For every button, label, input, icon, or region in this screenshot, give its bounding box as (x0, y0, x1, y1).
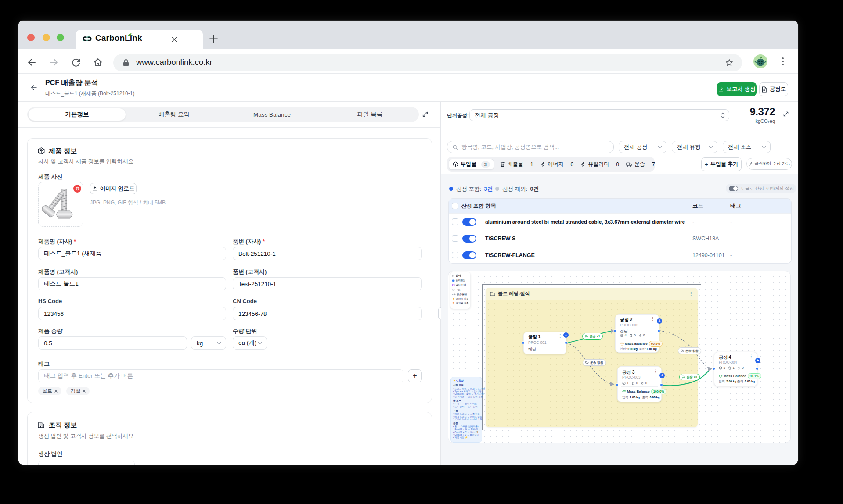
node-handle[interactable] (616, 384, 618, 386)
filter-source-select[interactable]: 전체 소스 (723, 141, 771, 153)
node-add-button[interactable]: + (659, 373, 665, 378)
category-input-chip[interactable]: 투입물 3 (449, 159, 494, 170)
tag-input[interactable]: 태그 입력 후 Enter 또는 추가 버튼 (38, 369, 403, 382)
filter-type-select[interactable]: 전체 유형 (672, 141, 717, 153)
browser-tab[interactable]: CarbonLink (76, 30, 203, 49)
arrowhead (610, 382, 615, 386)
node-code: PROC-004 (719, 360, 737, 365)
process-node-4[interactable]: 공정 4 ⋮ PROC-004 3 1 0 Mass Balance 91.1 (714, 352, 757, 386)
part-self-input[interactable]: Bolt-251210-1 (233, 247, 422, 260)
table-row[interactable]: T/SCREW-FLANGE 12490-04101 - (449, 247, 791, 263)
node-add-button[interactable]: + (563, 332, 569, 338)
node-handle[interactable] (713, 368, 715, 370)
table-row[interactable]: T/SCREW S SWCH18A - (449, 230, 791, 247)
node-add-button[interactable]: + (657, 318, 662, 324)
category-transport-chip[interactable]: 운송 7 (623, 161, 659, 168)
category-output-chip[interactable]: 배출물 1 (497, 161, 537, 168)
edge-label-no-transport[interactable]: 운송 없음 (583, 359, 606, 366)
node-type: 헤딩 (528, 347, 536, 352)
select-all-checkbox[interactable] (452, 203, 458, 209)
tag-add-button[interactable]: + (408, 369, 422, 382)
node-handle[interactable] (565, 342, 567, 344)
trash-icon (728, 366, 731, 370)
document-icon (761, 86, 767, 93)
left-expand-icon[interactable] (422, 111, 429, 118)
browser-menu-icon[interactable] (780, 57, 786, 66)
tag-chip[interactable]: 볼트 (38, 387, 61, 395)
add-input-button[interactable]: + 투입물 추가 (701, 157, 742, 171)
row-include-toggle[interactable] (462, 235, 476, 243)
row-checkbox[interactable] (452, 252, 458, 258)
edit-hint-pill: 클릭하여 수정 가능 (746, 158, 792, 170)
include-dot (449, 187, 453, 191)
row-include-toggle[interactable] (462, 251, 476, 259)
product-photo-box[interactable] (38, 182, 83, 227)
process-flow-canvas[interactable]: 볼트 헤딩-절삭 ⋮ (448, 271, 791, 443)
tag-chip[interactable]: 강철 (66, 387, 90, 395)
cn-code-input[interactable]: 123456-78 (233, 307, 422, 320)
new-tab-button[interactable] (209, 34, 218, 43)
back-icon[interactable] (26, 57, 37, 68)
node-menu-icon[interactable]: ⋮ (749, 354, 753, 359)
arrowhead (708, 367, 713, 371)
filter-process-select[interactable]: 전체 공정 (619, 141, 666, 153)
producer-select[interactable] (38, 461, 135, 465)
image-upload-button[interactable]: 이미지 업로드 (90, 183, 137, 194)
address-bar[interactable]: www.carbonlink.co.kr (113, 54, 742, 71)
node-handle[interactable] (614, 330, 616, 332)
name-self-input[interactable]: 테스트_볼트1 (새제품 (38, 247, 226, 260)
part-cust-input[interactable]: Test-251210-1 (233, 277, 422, 290)
cube-icon (622, 382, 626, 385)
unit-process-select[interactable]: 전체 공정 (469, 109, 729, 121)
node-menu-icon[interactable]: ⋮ (558, 334, 562, 338)
traffic-minimize-button[interactable] (43, 34, 50, 41)
row-checkbox[interactable] (452, 235, 458, 242)
node-handle[interactable] (756, 368, 758, 370)
reload-icon[interactable] (71, 57, 81, 68)
tag-remove-icon[interactable] (54, 390, 58, 393)
table-row[interactable]: aluminium around steel bi-metal stranded… (449, 213, 791, 230)
search-input[interactable]: 항목명, 코드, 사업장, 공정명으로 검색... (447, 141, 614, 153)
avatar[interactable] (753, 54, 767, 68)
page-back-icon[interactable] (30, 84, 38, 92)
weight-input[interactable]: 0.5 (38, 336, 187, 350)
forward-icon[interactable] (49, 57, 59, 68)
edge-label-transport-x3[interactable]: 운송 x3 (679, 374, 700, 380)
process-map-button[interactable]: 공정도 (759, 82, 788, 96)
node-menu-icon[interactable]: ⋮ (653, 369, 658, 374)
node-handle[interactable] (660, 384, 663, 386)
tab-close-icon[interactable] (171, 36, 177, 43)
node-handle[interactable] (658, 330, 660, 332)
node-handle[interactable] (522, 342, 524, 344)
weight-unit-select[interactable]: kg (191, 336, 226, 350)
process-node-2[interactable]: 공정 2 ⋮ PROC-002 절단 4 0 0 Mass Balance (615, 314, 659, 353)
tab-file-list[interactable]: 파일 목록 (321, 107, 419, 122)
hs-code-input[interactable]: 123456 (38, 307, 226, 320)
node-add-button[interactable]: + (755, 358, 760, 363)
qty-unit-select[interactable]: ea (개) (233, 336, 267, 350)
home-icon[interactable] (93, 57, 103, 68)
traffic-zoom-button[interactable] (57, 34, 64, 41)
generate-report-button[interactable]: 보고서 생성 (717, 82, 757, 96)
chevron-updown-icon (721, 112, 725, 118)
node-mass-balance: Mass Balance 60.0% (620, 341, 663, 347)
tag-remove-icon[interactable] (83, 390, 86, 393)
process-node-3[interactable]: 공정 3 ⋮ PROC-003 1 0 0 Mass Balance 100. (617, 366, 662, 402)
toggle-mode-switch[interactable] (729, 186, 738, 191)
emission-expand-icon[interactable] (783, 111, 789, 117)
tab-emission-summary[interactable]: 배출량 요약 (125, 107, 223, 122)
node-menu-icon[interactable]: ⋮ (651, 317, 655, 321)
category-energy-chip[interactable]: 에너지 0 (537, 161, 577, 168)
edge-label-transport-x1[interactable]: 운송 x1 (582, 333, 603, 340)
process-node-1[interactable]: 공정 1 ⋮ PROC-001 헤딩 + (523, 332, 566, 354)
category-utility-chip[interactable]: 유틸리티 0 (577, 161, 623, 168)
row-include-toggle[interactable] (462, 218, 476, 226)
tab-basic-info[interactable]: 기본정보 (28, 108, 126, 121)
tab-mass-balance[interactable]: Mass Balance (223, 107, 321, 122)
name-cust-input[interactable]: 테스트 볼트1 (38, 277, 226, 290)
bookmark-star-icon[interactable] (725, 58, 734, 67)
edge-label-no-transport[interactable]: 운송 없음 (678, 347, 701, 354)
row-checkbox[interactable] (452, 218, 458, 225)
photo-delete-button[interactable] (73, 185, 81, 193)
traffic-close-button[interactable] (27, 34, 35, 41)
